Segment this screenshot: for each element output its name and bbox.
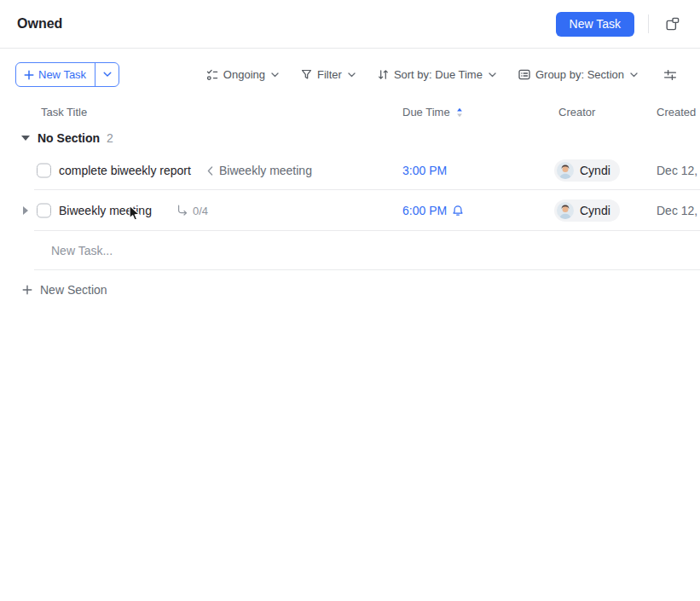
reminder-bell-icon [452, 205, 464, 217]
column-header-creator: Creator [558, 106, 595, 118]
open-in-new-window-icon [665, 16, 680, 32]
new-task-split-caret[interactable] [95, 63, 119, 86]
task-status-icon [206, 69, 218, 81]
creator-pill[interactable]: Cyndi [554, 199, 620, 222]
sort-dropdown[interactable]: Sort by: Due Time [378, 68, 496, 81]
group-list-icon [518, 69, 530, 80]
task-title[interactable]: Biweekly meeting [59, 204, 152, 217]
due-time[interactable]: 6:00 PM [402, 204, 464, 217]
new-task-split-label: New Task [38, 68, 86, 81]
column-header-task-title: Task Title [41, 106, 87, 118]
tasks-app-window: Owned New Task New Task [0, 0, 700, 601]
status-filter-label: Ongoing [223, 68, 265, 81]
avatar [557, 202, 574, 219]
group-label: Group by: Section [535, 68, 624, 81]
chevron-left-icon [207, 166, 213, 176]
task-row[interactable]: Biweekly meeting 0/4 6:00 PM [0, 190, 700, 230]
chevron-down-icon [348, 72, 356, 78]
new-task-split-main[interactable]: New Task [16, 63, 95, 86]
new-task-button-label: New Task [570, 17, 621, 31]
toolbar: Ongoing Filter Sort by: Due Time [206, 62, 680, 87]
status-filter-dropdown[interactable]: Ongoing [206, 68, 279, 81]
section-header-row: No Section 2 [0, 128, 700, 148]
task-row[interactable]: complete biweekly report Biweekly meetin… [0, 152, 700, 189]
new-section-label: New Section [40, 283, 107, 297]
created-time: Dec 12, 7 [657, 164, 700, 177]
subtask-branch-icon [176, 205, 188, 217]
new-task-split-button: New Task [15, 62, 119, 87]
group-dropdown[interactable]: Group by: Section [518, 68, 638, 81]
header-actions: New Task [556, 0, 683, 48]
created-time: Dec 12, 7 [657, 204, 700, 217]
plus-icon [22, 285, 32, 295]
chevron-down-icon [489, 72, 496, 78]
open-in-new-window-button[interactable] [662, 14, 683, 34]
field-settings-icon [663, 69, 677, 81]
task-title[interactable]: complete biweekly report [59, 164, 191, 177]
section-collapse-icon[interactable] [21, 136, 30, 141]
section-task-count: 2 [107, 128, 113, 148]
creator-name: Cyndi [580, 204, 610, 217]
filter-dropdown[interactable]: Filter [301, 68, 356, 81]
task-checkbox[interactable] [37, 164, 51, 178]
new-task-input-row[interactable]: New Task... [0, 231, 700, 269]
sort-label: Sort by: Due Time [394, 68, 483, 81]
column-header-created: Created [657, 106, 696, 118]
chevron-down-icon [271, 72, 279, 78]
subtask-count-value: 0/4 [193, 204, 208, 217]
creator-name: Cyndi [580, 164, 610, 177]
column-header-due-time-label: Due Time [402, 106, 450, 118]
due-time-value: 6:00 PM [402, 204, 447, 217]
task-checkbox[interactable] [37, 203, 51, 217]
filter-icon [301, 69, 312, 80]
page-header: Owned New Task [0, 0, 700, 49]
section-name: No Section [38, 128, 100, 148]
sort-arrows-icon [378, 69, 389, 80]
avatar [557, 162, 574, 179]
chevron-down-icon [630, 72, 638, 78]
new-task-placeholder: New Task... [51, 244, 113, 257]
due-time[interactable]: 3:00 PM [402, 164, 447, 177]
creator-pill[interactable]: Cyndi [554, 159, 620, 182]
parent-task-name: Biweekly meeting [219, 164, 312, 177]
new-task-button[interactable]: New Task [556, 12, 634, 37]
row-divider [34, 269, 700, 270]
field-settings-button[interactable] [660, 65, 680, 85]
page-title: Owned [17, 0, 62, 48]
due-time-value: 3:00 PM [402, 164, 447, 177]
subtask-progress[interactable]: 0/4 [176, 204, 208, 217]
header-divider [648, 14, 649, 33]
sort-ascending-icon [456, 107, 463, 118]
parent-task-link[interactable]: Biweekly meeting [207, 164, 312, 177]
row-expand-icon[interactable] [23, 206, 28, 215]
new-section-button[interactable]: New Section [22, 281, 107, 298]
chevron-down-icon [103, 72, 112, 78]
plus-icon [24, 70, 34, 80]
column-header-due-time[interactable]: Due Time [402, 106, 463, 118]
filter-label: Filter [317, 68, 342, 81]
